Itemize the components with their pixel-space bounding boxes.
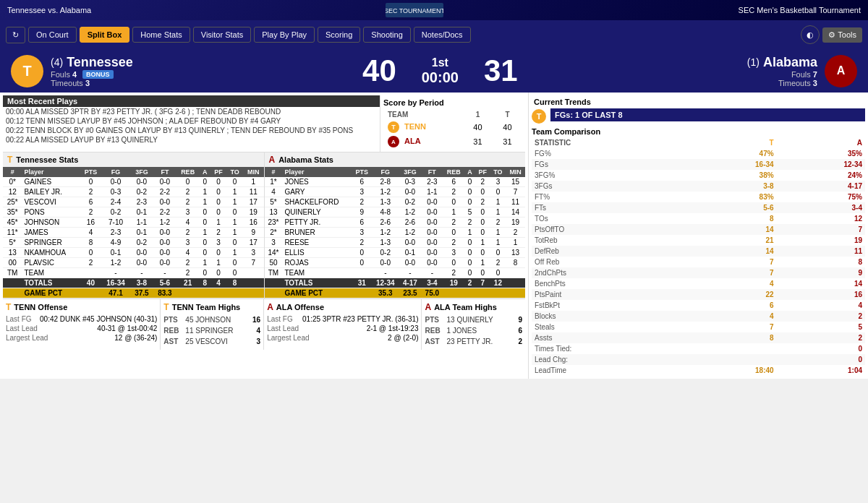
home-score: 31 bbox=[469, 53, 532, 88]
tenn-largest-lead-row: Largest Lead 12 @ (36-24) bbox=[6, 333, 157, 343]
header-title-left: Tennessee vs. Alabama bbox=[7, 6, 91, 14]
ala-stats-header: A Alabama Stats bbox=[265, 152, 526, 167]
list-item: Off Reb78 bbox=[532, 257, 865, 267]
away-score: 40 bbox=[348, 53, 411, 88]
table-row: 35*PONS20-20-12-2300019 bbox=[3, 207, 264, 218]
ala-logo: A bbox=[825, 55, 857, 87]
home-seed: (1) bbox=[747, 56, 760, 68]
ala-offense-section: A ALA Offense Last FG 01:25 3PTR #23 PET… bbox=[264, 299, 422, 350]
tenn-p1: 40 bbox=[463, 120, 493, 134]
tenn-last-lead-row: Last Lead 40-31 @ 1st-00:42 bbox=[6, 324, 157, 333]
list-item: DefReb1411 bbox=[532, 246, 865, 257]
th-pts: PTS bbox=[80, 167, 102, 177]
table-row: 23*PETTY JR.62-62-60-0220219 bbox=[265, 218, 526, 228]
tools-button[interactable]: ⚙ Tools bbox=[822, 27, 862, 43]
ala-last-lead-row: Last Lead 2-1 @ 1st-19:23 bbox=[267, 324, 418, 333]
play-line-4: 00:22 ALA MISSED LAYUP BY #13 QUINERLY bbox=[3, 135, 380, 145]
list-item: 2ndChPts79 bbox=[532, 267, 865, 278]
header-title-right: SEC Men's Basketball Tournament bbox=[739, 6, 861, 14]
comp-tenn-header: T bbox=[688, 137, 776, 148]
tenn-highs-rows: PTS45 JOHNSON16REB11 SPRINGER4AST25 VESC… bbox=[163, 314, 260, 347]
theme-button[interactable]: ◐ bbox=[801, 25, 820, 44]
split-box-button[interactable]: Split Box bbox=[80, 27, 130, 43]
table-row: 2*BRUNER31-21-20-001012 bbox=[265, 228, 526, 238]
list-item: Times Tied:0 bbox=[532, 343, 865, 354]
list-item: Assts82 bbox=[532, 332, 865, 343]
away-seed: (4) bbox=[51, 56, 63, 68]
top-row: Most Recent Plays 00:00 ALA MISSED 3PTR … bbox=[3, 95, 525, 152]
list-item: 3FG%38%24% bbox=[532, 170, 865, 181]
ala-th-fg: FG bbox=[372, 167, 399, 177]
table-row: TOTALS3112-344-173-4192712 bbox=[265, 278, 526, 288]
ala-th-min: MIN bbox=[506, 167, 525, 177]
tenn-period-row: T TENN 40 40 bbox=[383, 120, 522, 134]
on-court-button[interactable]: On Court bbox=[28, 27, 77, 43]
th-fg: FG bbox=[101, 167, 130, 177]
ala-th-ft: FT bbox=[421, 167, 443, 177]
list-item: BenchPts414 bbox=[532, 278, 865, 289]
play-line-1: 00:00 ALA MISSED 3PTR BY #23 PETTY JR. (… bbox=[3, 107, 380, 116]
tenn-highs-section: T TENN Team Highs PTS45 JOHNSON16REB11 S… bbox=[161, 299, 264, 350]
list-item: FT%83%75% bbox=[532, 192, 865, 202]
left-column: Most Recent Plays 00:00 ALA MISSED 3PTR … bbox=[0, 93, 528, 379]
th-ft: FT bbox=[153, 167, 176, 177]
tenn-logo: T bbox=[11, 55, 43, 87]
ala-p1: 31 bbox=[463, 134, 493, 149]
trends-highlight: FGs: 1 OF LAST 8 bbox=[550, 108, 865, 121]
trends-icon-row: T FGs: 1 OF LAST 8 bbox=[532, 108, 865, 124]
ala-total: 31 bbox=[493, 134, 522, 149]
tenn-period-team: T TENN bbox=[383, 120, 463, 134]
table-row: 45*JOHNSON167-101-11-2401116 bbox=[3, 218, 264, 228]
tenn-stats-table: # Player PTS FG 3FG FT REB A PF TO MIN bbox=[3, 167, 264, 298]
list-item: REB11 SPRINGER4 bbox=[163, 325, 260, 336]
table-row: 13QUINERLY94-81-20-0150114 bbox=[265, 207, 526, 218]
table-row: 13NKAMHOUA00-10-00-040013 bbox=[3, 248, 264, 258]
list-item: Steals75 bbox=[532, 322, 865, 332]
shooting-button[interactable]: Shooting bbox=[363, 27, 410, 43]
home-stats-button[interactable]: Home Stats bbox=[132, 27, 190, 43]
list-item: PtsPaint2216 bbox=[532, 289, 865, 300]
refresh-button[interactable]: ↻ bbox=[6, 27, 25, 43]
comp-stat-header: STATISTIC bbox=[532, 137, 688, 148]
list-item: AST25 VESCOVI3 bbox=[163, 336, 260, 347]
comparison-body: FG%47%35%FGs16-3412-343FG%38%24%3FGs3-84… bbox=[532, 148, 865, 376]
tenn-stats-header-row: # Player PTS FG 3FG FT REB A PF TO MIN bbox=[3, 167, 264, 177]
score-section: T (4) Tennessee Fouls 4 BONUS Timeouts 3… bbox=[0, 49, 868, 93]
th-reb: REB bbox=[176, 167, 199, 177]
notes-docs-button[interactable]: Notes/Docs bbox=[414, 27, 471, 43]
comp-ala-header: A bbox=[777, 137, 865, 148]
period-1-header: 1 bbox=[463, 109, 493, 120]
play-line-2: 00:12 TENN MISSED LAYUP BY #45 JOHNSON ;… bbox=[3, 116, 380, 126]
ala-th-pf: PF bbox=[475, 167, 490, 177]
table-row: 11*JAMES42-30-10-021219 bbox=[3, 228, 264, 238]
play-line-3: 00:22 TENN BLOCK BY #0 GAINES ON LAYUP B… bbox=[3, 126, 380, 135]
ala-highs-rows: PTS13 QUINERLY9REB1 JONES6AST23 PETTY JR… bbox=[425, 314, 522, 347]
ala-stats-table: # Player PTS FG 3FG FT REB A PF TO MIN bbox=[265, 167, 526, 298]
th-min: MIN bbox=[243, 167, 263, 177]
th-pf: PF bbox=[210, 167, 226, 177]
list-item: LeadTime18:401:04 bbox=[532, 365, 865, 376]
game-period: 1st bbox=[422, 56, 459, 69]
navbar: ↻ On Court Split Box Home Stats Visitor … bbox=[0, 20, 868, 49]
play-by-play-button[interactable]: Play By Play bbox=[254, 27, 315, 43]
away-fouls-label: Fouls 4 bbox=[51, 70, 77, 79]
scoring-button[interactable]: Scoring bbox=[318, 27, 360, 43]
score-display: 40 1st 00:00 31 bbox=[348, 53, 532, 88]
ala-last-fg-row: Last FG 01:25 3PTR #23 PETTY JR. (36-31) bbox=[267, 314, 418, 324]
ala-stats-section: A Alabama Stats # Player PTS FG 3FG FT R… bbox=[265, 152, 526, 298]
list-item: FTs5-63-4 bbox=[532, 202, 865, 213]
away-team-info: T (4) Tennessee Fouls 4 BONUS Timeouts 3 bbox=[11, 55, 133, 87]
list-item: TOs812 bbox=[532, 213, 865, 224]
table-row: 5*SHACKELFORD21-30-20-0002111 bbox=[265, 197, 526, 207]
ala-th-a: A bbox=[464, 167, 475, 177]
main-content: Most Recent Plays 00:00 ALA MISSED 3PTR … bbox=[0, 93, 868, 379]
visitor-stats-button[interactable]: Visitor Stats bbox=[193, 27, 252, 43]
list-item: PTS13 QUINERLY9 bbox=[425, 314, 522, 325]
period-t-header: T bbox=[493, 109, 522, 120]
comparison-table: STATISTIC T A FG%47%35%FGs16-3412-343FG%… bbox=[532, 137, 865, 376]
ala-th-3fg: 3FG bbox=[399, 167, 421, 177]
th-player: Player bbox=[22, 167, 80, 177]
trends-section: Current Trends T FGs: 1 OF LAST 8 Team C… bbox=[529, 93, 868, 379]
ala-th-reb: REB bbox=[443, 167, 464, 177]
list-item: FstBkPt64 bbox=[532, 300, 865, 311]
